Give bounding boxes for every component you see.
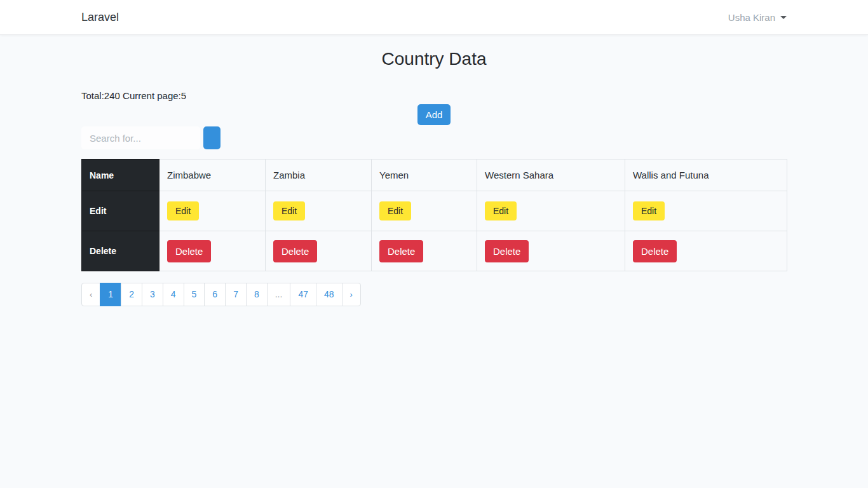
user-dropdown[interactable]: Usha Kiran <box>728 12 787 23</box>
edit-button[interactable]: Edit <box>167 201 199 220</box>
pagination-page-4[interactable]: 4 <box>163 283 184 306</box>
pagination-ellipsis: ... <box>268 283 291 306</box>
edit-button[interactable]: Edit <box>273 201 305 220</box>
pagination-prev: ‹ <box>81 283 100 306</box>
chevron-left-icon: ‹ <box>81 283 100 306</box>
edit-button[interactable]: Edit <box>379 201 411 220</box>
pagination-next[interactable]: › <box>342 283 361 306</box>
search-input[interactable] <box>81 126 200 149</box>
pagination-page-3[interactable]: 3 <box>142 283 163 306</box>
delete-button[interactable]: Delete <box>485 240 529 262</box>
table-row-edit: Edit Edit Edit Edit Edit Edit <box>82 191 787 231</box>
add-button[interactable]: Add <box>417 104 451 125</box>
delete-button[interactable]: Delete <box>167 240 211 262</box>
page-title: Country Data <box>81 47 787 71</box>
delete-button[interactable]: Delete <box>633 240 677 262</box>
row-header-edit: Edit <box>82 191 159 231</box>
pagination-page-48[interactable]: 48 <box>316 283 342 306</box>
country-table: Name Zimbabwe Zambia Yemen Western Sahar… <box>81 159 787 271</box>
top-navbar: Laravel Usha Kiran <box>0 0 868 35</box>
table-row-delete: Delete Delete Delete Delete Delete Delet… <box>82 231 787 271</box>
pagination-page-2[interactable]: 2 <box>121 283 142 306</box>
pagination-page-8[interactable]: 8 <box>247 283 268 306</box>
delete-button[interactable]: Delete <box>273 240 317 262</box>
country-cell: Zambia <box>266 159 372 191</box>
search-button[interactable] <box>203 126 220 149</box>
caret-down-icon <box>780 16 787 19</box>
edit-button[interactable]: Edit <box>633 201 665 220</box>
pagination-page-7[interactable]: 7 <box>226 283 247 306</box>
pagination: ‹ 1 2 3 4 5 6 7 8 ... 47 <box>81 283 361 306</box>
row-header-delete: Delete <box>82 231 159 271</box>
row-header-name: Name <box>82 159 159 191</box>
table-row-name: Name Zimbabwe Zambia Yemen Western Sahar… <box>82 159 787 191</box>
edit-button[interactable]: Edit <box>485 201 517 220</box>
pagination-page-6[interactable]: 6 <box>205 283 226 306</box>
country-cell: Zimbabwe <box>159 159 266 191</box>
search-bar <box>81 126 787 149</box>
country-cell: Wallis and Futuna <box>625 159 787 191</box>
pagination-page-5[interactable]: 5 <box>184 283 205 306</box>
country-cell: Western Sahara <box>477 159 625 191</box>
navbar-brand[interactable]: Laravel <box>81 11 119 24</box>
user-name: Usha Kiran <box>728 12 775 23</box>
pagination-page-1[interactable]: 1 <box>100 283 121 306</box>
main-content: Country Data Total:240 Current page:5 Ad… <box>81 47 787 306</box>
chevron-right-icon[interactable]: › <box>342 283 361 306</box>
pagination-stats: Total:240 Current page:5 <box>81 89 787 102</box>
delete-button[interactable]: Delete <box>379 240 423 262</box>
pagination-page-47[interactable]: 47 <box>290 283 316 306</box>
country-cell: Yemen <box>372 159 477 191</box>
